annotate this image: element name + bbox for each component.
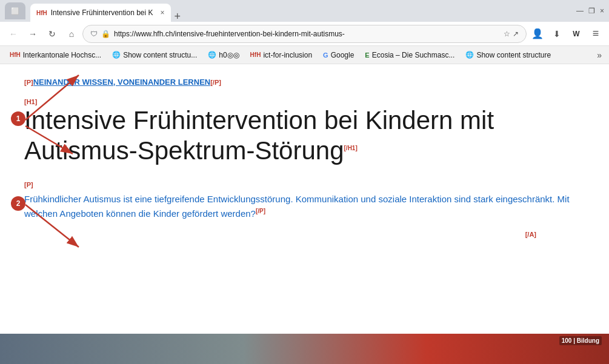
new-tab-button[interactable]: + [175,11,181,22]
active-tab-title: Intensive Frühintervention bei K [51,8,153,17]
restore-button[interactable]: ❐ [588,7,595,15]
annotation-circle-1: 1 [11,111,25,126]
browser-chrome: ⬜ HfH Intensive Frühintervention bei K ×… [0,0,609,64]
navigation-bar: ← → ↻ ⌂ 🛡 🔒 https://www.hfh.ch/intensive… [0,22,609,46]
annotation-circle-2: 2 [11,196,25,211]
share-icon[interactable]: ↗ [513,30,519,38]
bookmark-favicon-globe-2: 🌐 [208,51,216,59]
p-heading-section: [P]NEINANDER WISSEN, VONEINANDER LERNEN[… [24,76,585,87]
bookmark-item-hfh[interactable]: HfH Interkantonale Hochsc... [5,50,106,61]
home-icon: ⌂ [69,29,74,39]
address-text: https://www.hfh.ch/intensive-fruehinterv… [114,30,500,38]
home-button[interactable]: ⌂ [63,25,80,42]
p-open-tag: [P] [24,79,33,86]
refresh-button[interactable]: ↻ [44,25,61,42]
bookmark-favicon-ict: HfH [250,51,261,58]
bookmark-item-ecosia[interactable]: E Ecosia – Die Suchmasc... [360,50,459,61]
bookmark-favicon-g: G [323,51,328,59]
minimize-button[interactable]: — [576,7,584,15]
tab-close-button[interactable]: × [161,8,165,17]
bottom-image-strip: 100 | Bildung [0,334,609,364]
bookmarks-bar: HfH Interkantonale Hochsc... 🌐 Show cont… [0,46,609,64]
active-tab[interactable]: HfH Intensive Frühintervention bei K × [30,4,171,22]
address-action-icons: ☆ ↗ [504,30,519,38]
tab-bar: ⬜ HfH Intensive Frühintervention bei K ×… [0,0,609,22]
bookmark-label-show-content: Show content structu... [123,51,197,59]
p-heading-text: NEINANDER WISSEN, VONEINANDER LERNEN [33,78,211,87]
annotation-label-1: 1 [16,114,21,123]
h1-text: Intensive Frühintervention bei Kindern m… [24,105,585,167]
p-body-open-tag: [P] [24,181,33,188]
bookmark-favicon-e: E [365,51,369,59]
bookmark-favicon-globe-3: 🌐 [465,51,474,59]
download-icon[interactable]: ⬇ [548,25,565,42]
a-close-tag: [/A] [525,231,536,238]
bookmark-item-ict[interactable]: HfH ict-for-inclusion [245,50,317,61]
bookmark-star-icon[interactable]: ☆ [504,30,510,38]
h1-section: [H1] Intensive Frühintervention bei Kind… [24,98,585,167]
lock-icon: 🔒 [101,30,110,38]
nav-right-controls: 👤 ⬇ W ≡ [529,25,604,42]
bookmark-label-ecosia: Ecosia – Die Suchmasc... [372,51,455,59]
annotation-label-2: 2 [16,199,21,208]
bookmark-item-google[interactable]: G Google [318,50,359,61]
bookmark-label-ict: ict-for-inclusion [263,51,312,59]
back-icon: ← [9,29,18,39]
profile-icon[interactable]: 👤 [529,25,546,42]
extensions-icon[interactable]: W [568,25,585,42]
menu-icon[interactable]: ≡ [587,25,604,42]
page-content: [P]NEINANDER WISSEN, VONEINANDER LERNEN[… [0,64,609,364]
refresh-icon: ↻ [48,29,56,39]
p-body-text: Frühkindlicher Autismus ist eine tiefgre… [24,192,585,221]
bookmark-item-h000[interactable]: 🌐 h0◎◎ [203,50,244,61]
p-body-section: [P] Frühkindlicher Autismus ist eine tie… [24,179,585,221]
bookmark-item-show-content-2[interactable]: 🌐 Show content structure [461,50,556,61]
close-window-button[interactable]: × [600,7,604,15]
bookmark-favicon-globe-1: 🌐 [112,51,121,59]
window-controls: — ❐ × [576,7,604,15]
bottom-strip-label: 100 | Bildung [559,336,602,345]
a-close-section: [/A] [24,228,585,239]
forward-button[interactable]: → [24,25,41,42]
browser-controls-left: ⬜ [5,2,25,19]
inactive-tab-favicon: ⬜ [11,7,19,15]
forward-icon: → [28,29,37,39]
active-tab-favicon: HfH [36,10,47,16]
h1-close-tag: [/H1] [344,145,358,151]
bookmarks-more-button[interactable]: » [594,49,604,61]
bookmark-label-google: Google [331,51,354,59]
shield-icon: 🛡 [90,30,98,38]
bookmark-label-h000: h0◎◎ [219,51,239,59]
p-body-close-tag: [/P] [256,208,265,214]
bookmark-item-show-content[interactable]: 🌐 Show content structu... [107,50,202,61]
tab-area: HfH Intensive Frühintervention bei K × + [30,0,574,22]
p-close-tag: [/P] [210,79,221,86]
inactive-tab[interactable]: ⬜ [5,2,25,19]
bookmark-label-hfh: Interkantonale Hochsc... [23,51,101,59]
bookmark-label-show-content-2: Show content structure [476,51,551,59]
back-button[interactable]: ← [5,25,22,42]
h1-open-tag: [H1] [24,98,585,105]
address-bar[interactable]: 🛡 🔒 https://www.hfh.ch/intensive-fruehin… [82,25,527,43]
bookmark-favicon-hfh: HfH [10,51,21,58]
